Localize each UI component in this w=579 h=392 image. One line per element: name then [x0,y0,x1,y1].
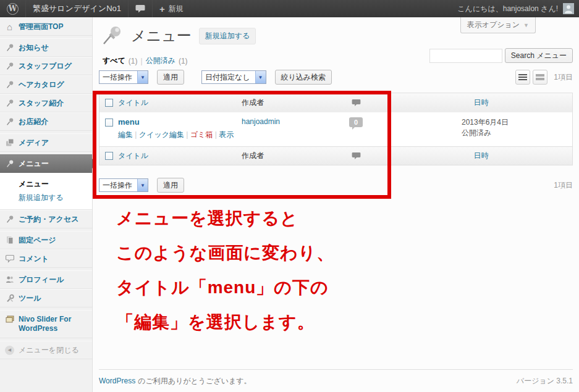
add-new-button[interactable]: 新規追加する [199,28,256,44]
sidebar-item-staff-blog[interactable]: スタッフブログ [0,57,92,75]
bulk-action-select[interactable]: 一括操作 ▼ [99,178,148,192]
sidebar-item-dashboard[interactable]: ⌂ 管理画面TOP [0,17,92,36]
top-admin-bar: W 繁盛サロンデザインNo1 + 新規 こんにちは、hanjosalon さん! [0,0,579,17]
submenu-item-add-new[interactable]: 新規追加する [19,191,92,204]
bulk-action-value: 一括操作 [99,72,137,83]
collapse-arrow-icon: ◀ [5,346,14,355]
sidebar-item-shop-intro[interactable]: お店紹介 [0,112,92,131]
filter-separator: | [141,57,143,65]
quick-edit-link[interactable]: クイック編集 [139,130,184,139]
filter-all-link[interactable]: すべて [103,56,125,66]
site-name-link[interactable]: 繁盛サロンデザインNo1 [26,0,128,17]
sidebar-item-label: Nivo Slider For WordPress [19,315,83,333]
column-header-title[interactable]: タイトル [118,98,242,108]
user-avatar[interactable] [563,3,574,14]
main-content: 表示オプション ▼ メニュー 新規追加する すべて (1) | 公開済み (1)… [93,17,579,392]
column-header-comments [322,99,390,107]
column-header-date[interactable]: 日時 [390,151,572,161]
trash-link[interactable]: ゴミ箱 [190,130,213,139]
sidebar-item-label: お知らせ [19,43,49,53]
sidebar-item-label: メディア [19,138,49,148]
select-all-checkbox[interactable] [105,99,113,107]
sidebar-item-news[interactable]: お知らせ [0,38,92,57]
page-title: メニュー [131,26,192,46]
tools-icon [5,294,14,302]
pin-icon [5,159,14,168]
action-separator: | [186,130,188,139]
sidebar-submenu-menu: メニュー 新規追加する [0,173,92,210]
admin-sidebar: ⌂ 管理画面TOP お知らせ スタッフブログ ヘアカタログ スタッフ紹介 お店紹… [0,17,93,392]
row-checkbox[interactable] [105,119,113,127]
date-cell: 2013年6月4日 公開済み [390,117,572,138]
sidebar-item-menu[interactable]: メニュー [0,154,92,173]
sidebar-item-label: 管理画面TOP [19,22,63,32]
comment-bubble-icon [352,152,361,160]
home-icon: ⌂ [5,22,14,31]
sidebar-item-nivo-slider[interactable]: Nivo Slider For WordPress [0,310,92,338]
media-icon [5,138,14,147]
comment-count-bubble[interactable]: 0 [349,117,363,127]
submenu-item-menu-list[interactable]: メニュー [19,177,92,191]
select-arrow-icon: ▼ [137,179,148,191]
page-header: メニュー 新規追加する [101,25,256,47]
filter-published-link[interactable]: 公開済み [146,56,175,66]
sidebar-item-hair-catalog[interactable]: ヘアカタログ [0,75,92,94]
plus-icon: + [159,4,165,14]
version-label: バージョン 3.5.1 [517,376,573,386]
table-row: menu 編集 | クイック編集 | ゴミ箱 | 表示 hanjoadmin 0… [99,112,572,146]
sidebar-item-label: ヘアカタログ [19,80,64,90]
list-view-toggle[interactable] [515,70,530,85]
sidebar-collapse-menu[interactable]: ◀ メニューを閉じる [0,341,92,359]
column-header-date[interactable]: 日時 [390,98,572,108]
sidebar-item-label: お店紹介 [19,117,48,127]
author-link[interactable]: hanjoadmin [242,117,322,126]
pin-icon [5,80,14,89]
screen-options-tab[interactable]: 表示オプション ▼ [460,17,536,33]
select-arrow-icon: ▼ [137,71,148,83]
select-all-checkbox[interactable] [105,152,113,160]
edit-link[interactable]: 編集 [118,130,133,139]
pin-icon [5,62,14,70]
list-view-icon [518,74,527,81]
sidebar-item-label: コメント [19,254,49,264]
sidebar-item-pages[interactable]: 固定ページ [0,231,92,249]
sidebar-item-media[interactable]: メディア [0,133,92,152]
post-status: 公開済み [462,128,572,138]
wordpress-footer-link[interactable]: WordPress [99,377,135,385]
sidebar-item-label: メニューを閉じる [19,345,79,356]
filter-all-count: (1) [129,57,138,65]
footer-thanks-text: のご利用ありがとうございます。 [138,377,251,385]
admin-footer: WordPressのご利用ありがとうございます。 バージョン 3.5.1 [99,369,573,386]
users-icon [5,275,14,284]
column-header-author: 作成者 [242,98,322,108]
apply-button[interactable]: 適用 [157,178,184,193]
comments-cell: 0 [322,117,390,127]
pushpin-icon [101,25,124,47]
post-title-link[interactable]: menu [118,117,140,127]
comments-icon [5,254,14,263]
item-count: 1項目 [554,72,573,83]
bulk-action-select[interactable]: 一括操作 ▼ [99,70,148,84]
posts-list-table: タイトル 作成者 日時 menu 編集 | クイック編集 | ゴミ箱 | 表示 [99,93,573,165]
sidebar-item-reservation-access[interactable]: ご予約・アクセス [0,210,92,228]
greeting-account-link[interactable]: こんにちは、hanjosalon さん! [457,4,563,14]
sidebar-item-staff-intro[interactable]: スタッフ紹介 [0,94,92,112]
date-filter-select[interactable]: 日付指定なし ▼ [201,70,266,84]
view-link[interactable]: 表示 [219,130,234,139]
action-separator: | [135,130,137,139]
status-filter-links: すべて (1) | 公開済み (1) [103,56,188,66]
search-input[interactable] [429,49,502,63]
sidebar-item-comments[interactable]: コメント [0,249,92,268]
admin-bar-comments-link[interactable] [129,0,152,17]
filter-button[interactable]: 絞り込み検索 [275,70,332,85]
search-button[interactable]: Search メニュー [505,48,573,63]
wp-logo-menu[interactable]: W [0,0,25,17]
excerpt-view-toggle[interactable] [533,70,547,85]
admin-bar-new-link[interactable]: + 新規 [153,0,190,17]
sidebar-item-tools[interactable]: ツール [0,289,92,307]
apply-button[interactable]: 適用 [157,70,184,85]
pin-icon [5,99,14,107]
column-header-title[interactable]: タイトル [118,151,242,161]
sidebar-item-profile[interactable]: プロフィール [0,270,92,289]
new-label: 新規 [169,4,184,14]
